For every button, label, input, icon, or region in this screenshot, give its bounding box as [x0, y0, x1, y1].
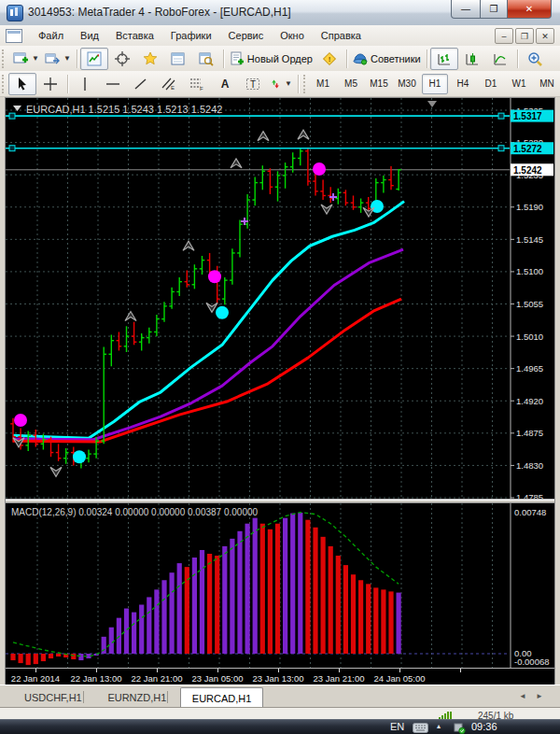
text-label-tool-button[interactable]: T [239, 73, 267, 95]
macd-header: MACD(12,26,9) 0.00324 0.00000 0.00000 0.… [11, 507, 259, 517]
tab-separator [83, 691, 84, 703]
vertical-line-tool-button[interactable] [71, 73, 99, 95]
bar-chart-type-button[interactable] [430, 48, 458, 70]
expert-advisors-button[interactable]: Советники [350, 48, 424, 70]
tick-chart-button[interactable] [80, 48, 108, 70]
macd-bar [275, 524, 280, 654]
macd-bar [41, 654, 46, 661]
minimize-button[interactable]: — [451, 0, 481, 19]
macd-bar [358, 580, 363, 654]
sell-signal-dot [313, 162, 326, 176]
timeframe-H4[interactable]: H4 [450, 74, 476, 94]
fibonacci-tool-button[interactable]: F [183, 73, 211, 95]
macd-bar [10, 654, 15, 660]
windows-taskbar: EN ▴ 09:36 [0, 719, 560, 734]
new-chart-button[interactable]: ▼ [10, 48, 42, 70]
price-chart[interactable]: 1.53251.52801.52351.51901.51451.51001.50… [6, 98, 554, 500]
candle [305, 148, 311, 186]
timeframe-W1[interactable]: W1 [506, 74, 532, 94]
timeframe-M1[interactable]: M1 [310, 74, 336, 94]
alerts-button[interactable]: ! [315, 48, 343, 70]
data-window-button[interactable] [192, 48, 220, 70]
cursor-tool-button[interactable] [8, 73, 36, 95]
child-close-button[interactable]: ✕ [536, 28, 554, 44]
macd-bar [351, 574, 356, 654]
candle [117, 332, 122, 350]
timeframe-M5[interactable]: M5 [338, 74, 364, 94]
toolbar-grip[interactable] [2, 49, 8, 68]
new-order-button[interactable]: Новый Ордер [227, 48, 315, 70]
price-axis-label: 1.5190 [516, 202, 543, 212]
time-axis-tick [35, 669, 36, 672]
timeframe-M30[interactable]: M30 [394, 74, 420, 94]
timeframe-M15[interactable]: M15 [366, 74, 392, 94]
timeframe-H1[interactable]: H1 [422, 74, 448, 94]
menu-Сервис[interactable]: Сервис [220, 27, 273, 44]
market-watch-icon [171, 51, 186, 66]
templates-button[interactable] [136, 48, 164, 70]
timeframe-MN[interactable]: MN [534, 74, 560, 94]
svg-text:T: T [250, 79, 256, 90]
macd-indicator-panel[interactable]: 0.007480.00-0.00068MACD(12,26,9) 0.00324… [6, 503, 554, 668]
macd-bar [154, 589, 159, 654]
tab-EURNZD,H1[interactable]: EURNZD,H1 [96, 688, 177, 707]
market-watch-button[interactable] [164, 48, 192, 70]
candle [230, 248, 235, 284]
macd-bar [397, 593, 401, 654]
chart-area[interactable]: 1.53251.52801.52351.51901.51451.51001.50… [5, 97, 555, 685]
dropdown-caret-icon: ▼ [32, 54, 39, 63]
menu-Вид[interactable]: Вид [72, 27, 107, 44]
candle [260, 165, 266, 190]
zoom-in-button[interactable] [521, 48, 549, 70]
tray-expand-button[interactable]: ▴ [437, 722, 441, 730]
tabs-scroll-right-button[interactable]: ► [536, 692, 543, 700]
candle-chart-type-button[interactable] [458, 48, 486, 70]
macd-bar [177, 563, 182, 654]
line-chart-type-button[interactable] [486, 48, 514, 70]
tray-status-icon[interactable] [454, 723, 466, 734]
tabs-scroll-left-button[interactable]: ◄ [519, 692, 526, 700]
macd-bar [139, 605, 144, 654]
crosshair-mode-button[interactable] [108, 48, 136, 70]
price-axis-label: 1.5100 [516, 266, 543, 276]
channel-tool-button[interactable]: E [155, 73, 183, 95]
macd-bar [147, 597, 151, 654]
fractal-up-arrow [231, 159, 242, 168]
toolbar-grip[interactable] [303, 75, 308, 93]
toolbar-separator [346, 49, 347, 68]
menu-Графики[interactable]: Графики [162, 27, 220, 44]
hline-price-label: 1.5317 [513, 111, 542, 121]
keyboard-icon[interactable] [413, 723, 428, 733]
crosshair-tool-button[interactable] [36, 73, 64, 95]
menu-Вставка[interactable]: Вставка [107, 27, 162, 44]
menu-Окно[interactable]: Окно [272, 27, 313, 44]
profiles-button[interactable]: ▼ [42, 48, 74, 70]
profiles-icon [45, 51, 60, 66]
horizontal-line-tool-button[interactable] [99, 73, 127, 95]
candle [147, 328, 152, 344]
child-minimize-button[interactable]: – [495, 28, 513, 44]
hline-handle [9, 113, 15, 119]
macd-bar [245, 524, 250, 654]
text-label-icon: T [245, 77, 260, 92]
arrows-tool-button[interactable]: ▼ [267, 73, 295, 95]
title-bar[interactable]: 3014953: MetaTrader 4 - RoboForex - [EUR… [0, 0, 560, 26]
price-axis-label: 1.5010 [516, 332, 543, 342]
timeframe-D1[interactable]: D1 [478, 74, 504, 94]
tab-USDCHF,H1[interactable]: USDCHF,H1 [13, 688, 93, 707]
tab-EURCAD,H1[interactable]: EURCAD,H1 [180, 687, 264, 708]
child-restore-button[interactable]: ❐ [515, 28, 534, 44]
menu-Файл[interactable]: Файл [30, 27, 72, 44]
text-tool-button[interactable]: A [211, 73, 239, 95]
toolbar-grip[interactable] [2, 75, 7, 93]
macd-bar [253, 518, 258, 654]
menu-Справка[interactable]: Справка [313, 27, 370, 44]
trendline-tool-button[interactable] [127, 73, 155, 95]
chart-window-icon[interactable] [6, 29, 22, 43]
line-chart-icon [493, 51, 508, 66]
time-axis-tick [157, 669, 158, 672]
maximize-button[interactable]: ❐ [481, 0, 508, 19]
language-indicator[interactable]: EN [390, 721, 404, 732]
macd-bar [124, 609, 129, 654]
close-button[interactable]: ✕ [508, 0, 552, 19]
